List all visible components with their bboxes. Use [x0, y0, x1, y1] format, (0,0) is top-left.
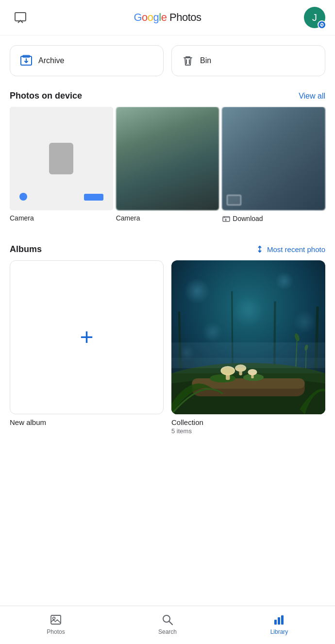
svg-point-36: [163, 615, 170, 622]
search-nav-label: Search: [158, 628, 177, 635]
device-photo-camera2[interactable]: Camera: [116, 107, 219, 223]
svg-point-35: [53, 617, 55, 620]
sync-badge: [318, 20, 326, 29]
svg-point-7: [233, 296, 264, 327]
user-avatar[interactable]: J: [304, 7, 325, 28]
album-collection[interactable]: Collection 5 items: [171, 260, 325, 435]
svg-rect-34: [51, 615, 61, 624]
device-photo-camera1[interactable]: Camera: [10, 107, 113, 223]
collection-thumb: [171, 260, 325, 414]
svg-point-5: [184, 278, 210, 304]
camera2-label: Camera: [116, 214, 140, 222]
device-photos-row: Camera Camera: [0, 107, 335, 223]
view-all-link[interactable]: View all: [299, 92, 325, 101]
new-album-item[interactable]: + New album: [10, 260, 164, 435]
quick-actions-row: Archive Bin: [0, 35, 335, 81]
svg-rect-0: [15, 13, 26, 21]
search-nav-icon: [161, 613, 174, 627]
bin-button[interactable]: Bin: [171, 45, 325, 76]
camera1-label: Camera: [10, 214, 34, 222]
nav-library[interactable]: Library: [223, 610, 335, 638]
download-label: Download: [233, 215, 263, 222]
sort-label: Most recent photo: [267, 245, 325, 254]
app-header: Google Photos J: [0, 0, 335, 35]
svg-rect-33: [171, 357, 325, 373]
nav-photos[interactable]: Photos: [0, 610, 112, 638]
download-folder-icon: [222, 214, 231, 223]
svg-point-9: [293, 310, 316, 333]
svg-rect-37: [274, 620, 277, 625]
main-content: Archive Bin Photos on device View all Ca…: [0, 35, 335, 606]
bottom-nav: Photos Search Library: [0, 606, 335, 644]
svg-rect-39: [281, 615, 284, 625]
svg-rect-38: [278, 617, 280, 625]
archive-button[interactable]: Archive: [10, 45, 164, 76]
library-nav-label: Library: [270, 628, 288, 635]
photos-nav-icon: [49, 613, 63, 627]
svg-point-8: [202, 322, 222, 342]
collection-album-name: Collection: [171, 418, 325, 426]
svg-point-6: [275, 271, 293, 290]
device-photos-title: Photos on device: [10, 91, 82, 101]
nav-search[interactable]: Search: [112, 610, 223, 638]
chat-button[interactable]: [10, 7, 31, 28]
library-nav-icon: [272, 613, 286, 627]
albums-sort-button[interactable]: Most recent photo: [255, 245, 325, 254]
svg-point-23: [210, 374, 235, 382]
new-album-label: New album: [10, 418, 164, 426]
device-photos-section-header: Photos on device View all: [0, 81, 335, 107]
collection-album-count: 5 items: [171, 427, 325, 435]
albums-title: Albums: [10, 244, 42, 254]
photos-nav-label: Photos: [47, 628, 65, 635]
albums-grid: + New album: [0, 260, 335, 444]
new-album-thumb: +: [10, 260, 164, 414]
add-album-icon: +: [80, 325, 93, 349]
app-title: Google Photos: [134, 11, 201, 24]
albums-section-header: Albums Most recent photo: [0, 235, 335, 260]
device-photo-download[interactable]: Download: [222, 107, 325, 223]
